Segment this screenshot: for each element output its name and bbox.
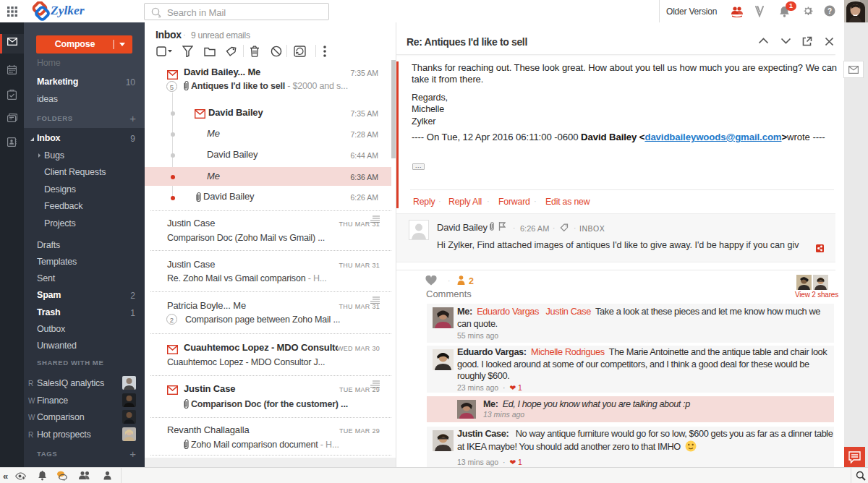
svg-text:?: ?	[827, 7, 832, 15]
